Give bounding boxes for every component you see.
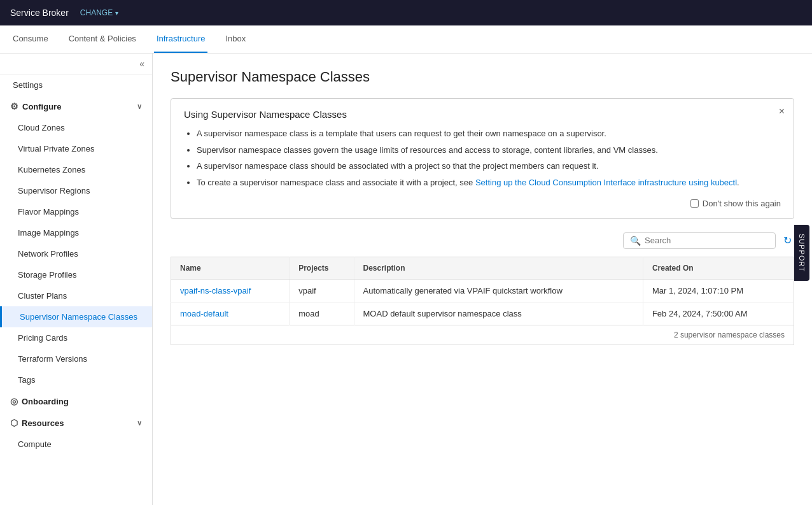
tab-consume[interactable]: Consume — [10, 25, 51, 53]
table-count: 2 supervisor namespace classes — [674, 331, 785, 339]
col-created-on: Created On — [643, 257, 794, 280]
col-name: Name — [171, 257, 290, 280]
sidebar-item-label: Network Profiles — [18, 249, 78, 259]
table-header: Name Projects Description Created On — [171, 257, 794, 280]
cell-description: MOAD default supervisor namespace class — [354, 302, 643, 325]
sidebar: « Settings ⚙ Configure ∨ Cloud Zones Vir… — [0, 53, 153, 505]
row-link[interactable]: vpaif-ns-class-vpaif — [180, 286, 251, 295]
sidebar-item-label: Virtual Private Zones — [18, 144, 94, 153]
change-label: CHANGE — [80, 8, 113, 17]
table-row: vpaif-ns-class-vpaif vpaif Automatically… — [171, 280, 794, 302]
change-button[interactable]: CHANGE ▾ — [76, 7, 122, 18]
sidebar-item-label: Supervisor Regions — [18, 186, 90, 196]
sidebar-item-settings[interactable]: Settings — [0, 75, 152, 96]
resources-chevron: ∨ — [137, 419, 142, 427]
cell-description: Automatically generated via VPAIF quicks… — [354, 280, 643, 302]
resources-icon: ⬡ — [10, 418, 18, 428]
info-bullet-4: To create a supervisor namespace class a… — [197, 176, 781, 189]
sidebar-section-resources[interactable]: ⬡ Resources ∨ — [0, 412, 152, 434]
dont-show-label[interactable]: Don't show this again — [690, 199, 781, 208]
sidebar-section-label: Onboarding — [22, 397, 69, 406]
sidebar-item-tags[interactable]: Tags — [0, 369, 152, 390]
page-title: Supervisor Namespace Classes — [171, 69, 794, 85]
sidebar-item-network-profiles[interactable]: Network Profiles — [0, 243, 152, 264]
collapse-button[interactable]: « — [139, 59, 144, 69]
sidebar-item-image-mappings[interactable]: Image Mappings — [0, 222, 152, 243]
tab-infrastructure[interactable]: Infrastructure — [154, 25, 208, 53]
configure-icon: ⚙ — [10, 101, 18, 111]
cell-projects: moad — [290, 302, 354, 325]
sidebar-section-label: Configure — [22, 102, 61, 111]
sidebar-item-supervisor-namespace-classes[interactable]: Supervisor Namespace Classes — [0, 306, 152, 327]
info-box-list: A supervisor namespace class is a templa… — [184, 127, 781, 188]
sidebar-item-flavor-mappings[interactable]: Flavor Mappings — [0, 201, 152, 222]
top-bar: Service Broker CHANGE ▾ — [0, 0, 812, 25]
info-box-footer: Don't show this again — [184, 199, 781, 208]
sidebar-item-label: Storage Profiles — [18, 270, 77, 280]
table-body: vpaif-ns-class-vpaif vpaif Automatically… — [171, 280, 794, 325]
table-toolbar: 🔍 ↻ — [171, 232, 794, 249]
sidebar-item-cloud-zones[interactable]: Cloud Zones — [0, 117, 152, 138]
info-bullet-2: Supervisor namespace classes govern the … — [197, 144, 781, 157]
search-box: 🔍 — [623, 232, 776, 249]
sidebar-resources-children: Compute — [0, 434, 152, 455]
info-box-close-button[interactable]: × — [779, 106, 785, 117]
sidebar-item-label: Terraform Versions — [18, 354, 87, 364]
cell-created-on: Feb 24, 2024, 7:50:00 AM — [643, 302, 794, 325]
cell-created-on: Mar 1, 2024, 1:07:10 PM — [643, 280, 794, 302]
sidebar-section-onboarding[interactable]: ◎ Onboarding — [0, 390, 152, 412]
row-link[interactable]: moad-default — [180, 309, 228, 318]
dont-show-checkbox[interactable] — [690, 199, 699, 208]
info-box: Using Supervisor Namespace Classes × A s… — [171, 98, 794, 219]
info-link[interactable]: Setting up the Cloud Consumption Interfa… — [475, 178, 737, 187]
sidebar-item-label: Supervisor Namespace Classes — [20, 312, 137, 322]
sidebar-section-label: Resources — [22, 418, 64, 428]
col-description: Description — [354, 257, 643, 280]
sidebar-item-label: Cluster Plans — [18, 291, 67, 301]
col-projects: Projects — [290, 257, 354, 280]
cell-name: moad-default — [171, 302, 290, 325]
change-chevron: ▾ — [115, 10, 118, 17]
sidebar-item-supervisor-regions[interactable]: Supervisor Regions — [0, 180, 152, 201]
sidebar-item-terraform-versions[interactable]: Terraform Versions — [0, 348, 152, 369]
sidebar-section-configure[interactable]: ⚙ Configure ∨ — [0, 96, 152, 117]
sidebar-item-pricing-cards[interactable]: Pricing Cards — [0, 327, 152, 348]
cell-projects: vpaif — [290, 280, 354, 302]
sidebar-item-label: Image Mappings — [18, 228, 79, 238]
sidebar-item-label: Tags — [18, 375, 35, 385]
info-bullet-1: A supervisor namespace class is a templa… — [197, 127, 781, 140]
sidebar-item-virtual-private-zones[interactable]: Virtual Private Zones — [0, 138, 152, 159]
sidebar-item-kubernetes-zones[interactable]: Kubernetes Zones — [0, 159, 152, 180]
sidebar-configure-children: Cloud Zones Virtual Private Zones Kubern… — [0, 117, 152, 390]
sidebar-item-label: Settings — [13, 80, 43, 90]
table-row: moad-default moad MOAD default superviso… — [171, 302, 794, 325]
sidebar-item-cluster-plans[interactable]: Cluster Plans — [0, 285, 152, 306]
sidebar-item-label: Cloud Zones — [18, 123, 65, 132]
sidebar-item-compute[interactable]: Compute — [0, 434, 152, 455]
sidebar-item-label: Pricing Cards — [18, 333, 67, 343]
table-footer: 2 supervisor namespace classes — [171, 325, 794, 345]
tab-inbox[interactable]: Inbox — [223, 25, 248, 53]
main-content: Supervisor Namespace Classes Using Super… — [153, 53, 812, 505]
search-input[interactable] — [645, 236, 769, 245]
refresh-button[interactable]: ↻ — [781, 232, 794, 249]
sidebar-collapse[interactable]: « — [0, 53, 152, 75]
info-bullet-3: A supervisor namespace class should be a… — [197, 160, 781, 173]
search-icon: 🔍 — [630, 236, 641, 246]
configure-chevron: ∨ — [137, 103, 142, 111]
info-box-title: Using Supervisor Namespace Classes — [184, 109, 781, 120]
sidebar-item-label: Flavor Mappings — [18, 207, 79, 217]
tab-content-policies[interactable]: Content & Policies — [66, 25, 139, 53]
sidebar-item-label: Compute — [18, 439, 52, 449]
cell-name: vpaif-ns-class-vpaif — [171, 280, 290, 302]
sidebar-item-label: Kubernetes Zones — [18, 165, 85, 174]
onboarding-icon: ◎ — [10, 396, 18, 406]
layout: « Settings ⚙ Configure ∨ Cloud Zones Vir… — [0, 53, 812, 505]
sidebar-item-storage-profiles[interactable]: Storage Profiles — [0, 264, 152, 285]
nav-tabs: Consume Content & Policies Infrastructur… — [0, 25, 812, 53]
support-tab[interactable]: SUPPORT — [794, 225, 809, 281]
data-table: Name Projects Description Created On vpa… — [171, 257, 794, 325]
app-title: Service Broker — [10, 8, 69, 18]
dont-show-text: Don't show this again — [703, 199, 781, 208]
